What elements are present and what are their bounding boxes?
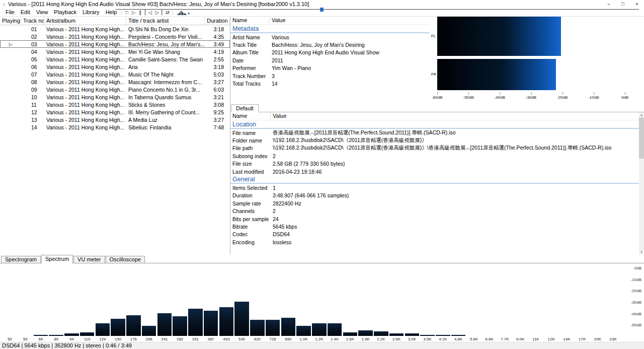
property-value: 2016-04-23 19:18:46 xyxy=(271,169,639,175)
property-row[interactable]: File size2.58 GB (2 779 330 560 bytes) xyxy=(230,160,639,168)
playlist-row[interactable]: 13Various - 2011 Hong Kong High...A Medi… xyxy=(0,116,230,123)
viz-tab-oscilloscope[interactable]: Oscilloscope xyxy=(106,256,145,263)
menu-view[interactable]: View xyxy=(33,8,51,17)
playlist-row[interactable]: 08Various - 2011 Hong Kong High...Mascag… xyxy=(0,78,230,86)
property-row[interactable]: PerformerYim Wan - Piano xyxy=(230,64,429,72)
playlist-row[interactable]: 11Various - 2011 Hong Kong High...Sticks… xyxy=(0,101,230,108)
viz-tab-vu-meter[interactable]: VU meter xyxy=(73,256,105,263)
vu-scale-label: 0dB xyxy=(621,95,628,100)
frequency-label: 2.2K xyxy=(373,337,389,341)
property-name: Bitrate xyxy=(230,224,271,230)
playlist-row[interactable]: 04Various - 2011 Hong Kong High...Mei Yi… xyxy=(0,48,230,55)
property-value: 5645 kbps xyxy=(271,224,639,230)
spectrum-bar xyxy=(420,335,434,336)
next-button[interactable]: ▷▕ xyxy=(153,10,164,16)
playlist-row[interactable]: 06Various - 2011 Hong Kong High...Aria3:… xyxy=(0,63,230,71)
minimize-button[interactable]: – xyxy=(602,0,616,8)
playlist-row[interactable]: 14Various - 2011 Hong Kong High...Sibeli… xyxy=(0,123,230,131)
spectrum-bin xyxy=(528,267,544,336)
property-row[interactable]: Channels2 xyxy=(230,207,639,215)
property-row[interactable]: File path\\192.168.2.3\usbdisk2\SACD\《20… xyxy=(230,145,639,152)
property-row[interactable]: Duration3:48.907 (646 066 176 samples) xyxy=(230,192,639,199)
previous-button[interactable]: ▏◁ xyxy=(143,10,153,16)
menu-file[interactable]: File xyxy=(3,8,18,17)
viz-tab-spectrum[interactable]: Spectrum xyxy=(41,255,73,263)
property-row[interactable]: Items Selected1 xyxy=(230,184,639,191)
playlist-column-header[interactable]: Artist/album xyxy=(44,17,126,25)
playing-indicator-cell: ▷ xyxy=(0,42,21,47)
spectrum-chart: 5059698094110129150176206241282331387453… xyxy=(0,263,644,342)
spectrum-bar xyxy=(358,330,372,336)
frequency-label: 1.2K xyxy=(311,337,327,341)
property-name: Items Selected xyxy=(230,185,271,191)
property-row[interactable]: Total Tracks14 xyxy=(230,80,429,87)
name-column-header: Name xyxy=(230,17,270,24)
frequency-label: 23K xyxy=(605,337,621,341)
pause-button[interactable]: ∥ xyxy=(137,10,143,16)
scroll-up-icon[interactable]: ▲ xyxy=(639,112,644,117)
menu-help[interactable]: Help xyxy=(103,8,120,17)
playlist-row[interactable]: ▷03Various - 2011 Hong Kong High...Bach/… xyxy=(0,40,230,48)
playlist-row[interactable]: 05Various - 2011 Hong Kong High...Camill… xyxy=(0,55,230,63)
playlist-row[interactable]: 12Various - 2011 Hong Kong High...III. M… xyxy=(0,108,230,116)
property-row[interactable]: Artist NameVarious xyxy=(230,33,429,41)
close-button[interactable]: × xyxy=(630,0,644,8)
property-row[interactable]: Folder name\\192.168.2.3\usbdisk2\SACD\《… xyxy=(230,136,639,144)
property-row[interactable]: Album Title2011 Hong Kong High End Audio… xyxy=(230,49,429,56)
property-row[interactable]: Encodinglossless xyxy=(230,238,639,246)
spectrum-bar xyxy=(173,316,187,336)
property-row[interactable]: Track Number3 xyxy=(230,72,429,80)
maximize-button[interactable]: □ xyxy=(616,0,630,8)
frequency-label: 850 xyxy=(281,337,296,341)
property-row[interactable]: Sample rate2822400 Hz xyxy=(230,199,639,207)
db-scale-label: -50dB xyxy=(631,323,641,327)
playlist-row[interactable]: 10Various - 2011 Hong Kong High...In Tab… xyxy=(0,93,230,101)
playlist-column-header[interactable]: Title / track artist xyxy=(126,17,205,25)
mini-spectrum-icon[interactable] xyxy=(178,11,186,15)
vu-meter-panel: -60dB-50dB-40dB-30dB-20dB-10dB0dB FLFR xyxy=(429,17,644,103)
property-row[interactable]: File name香港高級視聽展.-.[2011原音精選(The.Perfect… xyxy=(230,129,639,136)
duration-cell: 3:49 xyxy=(205,41,230,47)
stop-button[interactable]: □ xyxy=(123,10,130,16)
spectrum-bin xyxy=(327,267,343,336)
playlist-row[interactable]: 02Various - 2011 Hong Kong High...Pergol… xyxy=(0,33,230,40)
menu-library[interactable]: Library xyxy=(79,8,103,17)
play-button[interactable]: ▷ xyxy=(130,10,137,16)
playlist-row[interactable]: 07Various - 2011 Hong Kong High...Music … xyxy=(0,71,230,78)
property-row[interactable]: CodecDSD64 xyxy=(230,231,639,238)
title-cell: Qi Shi Ni Bu Dong De Xin xyxy=(126,26,205,32)
property-value: 2.58 GB (2 779 330 560 bytes) xyxy=(271,161,639,167)
property-value: 3 xyxy=(270,73,429,79)
track-no-cell: 10 xyxy=(21,94,44,100)
spectrum-bin xyxy=(513,267,528,336)
random-button[interactable]: ⇄ xyxy=(164,10,171,16)
frequency-label: 50 xyxy=(2,337,18,341)
properties-scrollbar[interactable]: ▲ ▼ xyxy=(639,112,644,254)
spectrum-bin xyxy=(481,267,497,336)
frequency-label: 176 xyxy=(126,337,141,341)
property-value: Yim Wan - Piano xyxy=(270,65,429,71)
property-row[interactable]: Track TitleBach/Hess: Jesu, Joy of Man's… xyxy=(230,41,429,48)
dropdown-icon[interactable]: ▾ xyxy=(188,12,190,16)
property-row[interactable]: Date2011 xyxy=(230,56,429,64)
property-row[interactable]: Last modified2016-04-23 19:18:46 xyxy=(230,168,639,175)
property-row[interactable]: Subsong index2 xyxy=(230,152,639,160)
playlist-column-header[interactable]: Playing xyxy=(0,17,21,25)
playlist-row[interactable]: 01Various - 2011 Hong Kong High...Qi Shi… xyxy=(0,25,230,33)
frequency-label: 530 xyxy=(234,337,250,341)
property-row[interactable]: Bits per sample24 xyxy=(230,215,639,223)
playlist-column-header[interactable]: Track no xyxy=(21,17,44,25)
playlist-column-header[interactable]: Duration xyxy=(205,17,230,25)
spectrum-bin xyxy=(281,267,296,336)
property-name: File name xyxy=(230,130,271,136)
tab-default[interactable]: Default xyxy=(231,104,259,112)
property-row[interactable]: Bitrate5645 kbps xyxy=(230,223,639,230)
menu-edit[interactable]: Edit xyxy=(18,8,33,17)
viz-tab-spectrogram[interactable]: Spectrogram xyxy=(1,256,41,263)
scroll-down-icon[interactable]: ▼ xyxy=(639,249,644,254)
menu-playback[interactable]: Playback xyxy=(51,8,79,17)
scrollbar-thumb[interactable] xyxy=(639,117,644,159)
playlist-row[interactable]: 09Various - 2011 Hong Kong High...Piano … xyxy=(0,86,230,93)
duration-cell: 3:08 xyxy=(205,102,230,108)
app-icon: ♪ xyxy=(0,2,8,7)
